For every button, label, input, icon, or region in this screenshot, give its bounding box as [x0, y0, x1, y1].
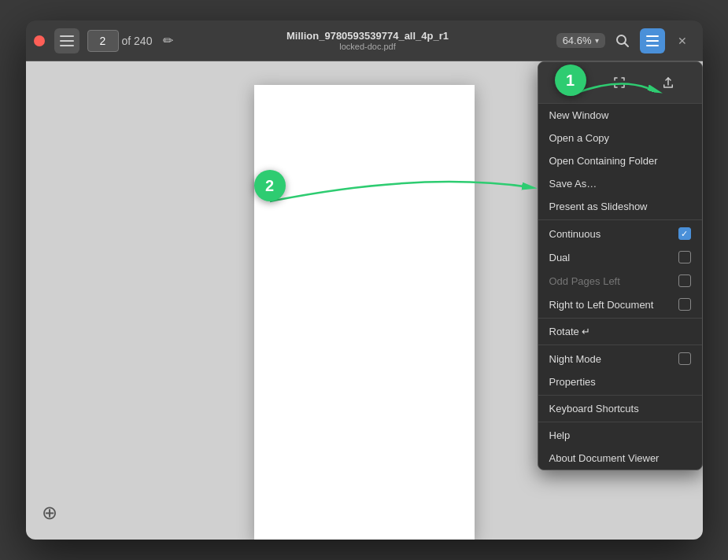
- hamburger-icon: [646, 35, 659, 46]
- menu-separator: [538, 219, 702, 220]
- menu-item-about-document-viewer[interactable]: About Document Viewer: [538, 447, 702, 470]
- menu-item-keyboard-shortcuts[interactable]: Keyboard Shortcuts: [538, 397, 702, 420]
- svg-rect-6: [646, 40, 659, 42]
- share-button[interactable]: [654, 68, 682, 97]
- svg-rect-7: [646, 45, 659, 46]
- zoom-chevron-icon: ▾: [595, 36, 599, 45]
- menu-item-present-as-slideshow[interactable]: Present as Slideshow: [538, 195, 702, 218]
- menu-item-odd-pages-left: Odd Pages Left: [538, 269, 702, 293]
- svg-rect-1: [60, 40, 74, 42]
- pdf-page: [254, 85, 475, 540]
- menu-item-new-window[interactable]: New Window: [538, 104, 702, 127]
- edit-button[interactable]: ✏: [157, 30, 179, 52]
- close-button[interactable]: [34, 35, 45, 46]
- fullscreen-icon: [612, 76, 626, 90]
- menu-item-properties[interactable]: Properties: [538, 370, 702, 393]
- menu-item-rotate-[interactable]: Rotate ↵: [538, 320, 702, 343]
- dropdown-menu: New WindowOpen a CopyOpen Containing Fol…: [538, 61, 703, 470]
- checkbox-night-mode[interactable]: [678, 352, 691, 365]
- menu-item-right-to-left-document[interactable]: Right to Left Document: [538, 293, 702, 316]
- menu-item-dual[interactable]: Dual: [538, 245, 702, 269]
- annotation-circle-1: 1: [555, 64, 586, 96]
- fullscreen-button[interactable]: [605, 68, 634, 97]
- checkbox-continuous[interactable]: [678, 227, 691, 240]
- checkbox-odd-pages-left[interactable]: [678, 274, 691, 287]
- main-content-area: ⊕: [26, 61, 703, 540]
- title-area: Million_9780593539774_all_4p_r1 locked-d…: [183, 30, 551, 51]
- menu-separator: [538, 344, 702, 345]
- svg-rect-5: [646, 35, 659, 37]
- page-navigation: of 240: [87, 30, 153, 52]
- menu-separator: [538, 422, 702, 422]
- menu-item-save-as[interactable]: Save As…: [538, 172, 702, 195]
- page-input[interactable]: [87, 30, 119, 52]
- search-button[interactable]: [610, 28, 635, 53]
- checkbox-dual[interactable]: [678, 251, 691, 263]
- sidebar-icon: [60, 34, 74, 48]
- compass-icon: ⊕: [42, 502, 57, 524]
- svg-line-4: [624, 42, 628, 46]
- window-close-button[interactable]: ✕: [670, 28, 695, 53]
- menu-item-continuous[interactable]: Continuous: [538, 222, 702, 245]
- search-icon: [615, 34, 630, 48]
- zoom-selector[interactable]: 64.6% ▾: [556, 33, 605, 48]
- hamburger-menu-button[interactable]: [640, 28, 665, 53]
- menu-separator: [538, 318, 702, 319]
- share-icon: [661, 76, 675, 90]
- sidebar-toggle-button[interactable]: [54, 28, 79, 53]
- menu-item-open-a-copy[interactable]: Open a Copy: [538, 127, 702, 149]
- menu-separator: [538, 395, 702, 396]
- document-title: Million_9780593539774_all_4p_r1: [183, 30, 551, 42]
- titlebar: of 240 ✏ Million_9780593539774_all_4p_r1…: [26, 20, 703, 61]
- main-window: of 240 ✏ Million_9780593539774_all_4p_r1…: [26, 20, 703, 540]
- menu-item-open-containing-folder[interactable]: Open Containing Folder: [538, 149, 702, 172]
- page-of-label: of 240: [122, 35, 153, 47]
- menu-item-help[interactable]: Help: [538, 424, 702, 447]
- menu-items-list: New WindowOpen a CopyOpen Containing Fol…: [538, 104, 702, 470]
- svg-rect-0: [60, 35, 74, 37]
- menu-item-night-mode[interactable]: Night Mode: [538, 347, 702, 370]
- document-subtitle: locked-doc.pdf: [183, 42, 551, 51]
- svg-rect-2: [60, 45, 74, 46]
- zoom-level: 64.6%: [563, 35, 592, 46]
- checkbox-right-to-left-document[interactable]: [678, 298, 691, 311]
- annotation-circle-2: 2: [254, 170, 286, 201]
